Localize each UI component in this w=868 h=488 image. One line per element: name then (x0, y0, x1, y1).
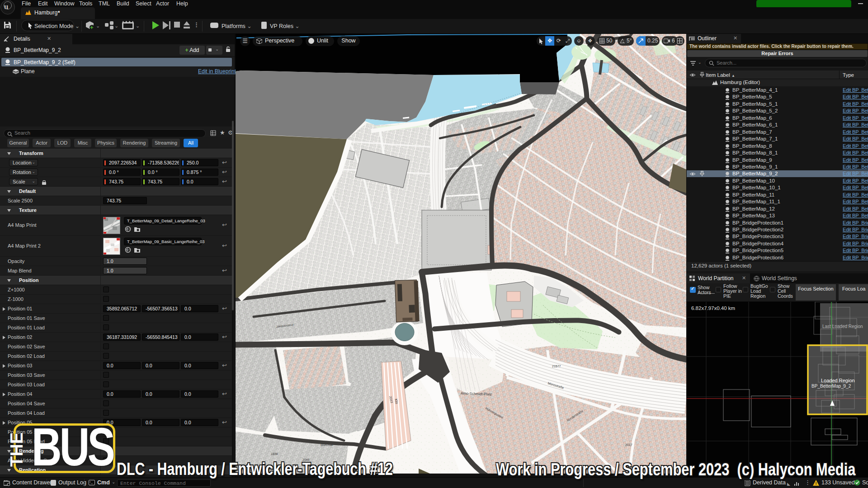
svg-text:Loaded Region: Loaded Region (821, 378, 855, 383)
svg-text:2017: 2017 (625, 443, 632, 446)
svg-text:!: ! (816, 481, 817, 486)
svg-text:1838: 1838 (271, 452, 278, 455)
svg-text:BP_BetterMap_9_2: BP_BetterMap_9_2 (811, 384, 851, 389)
svg-text:Burchar: Burchar (321, 443, 333, 447)
svg-text:21577: 21577 (552, 365, 561, 368)
